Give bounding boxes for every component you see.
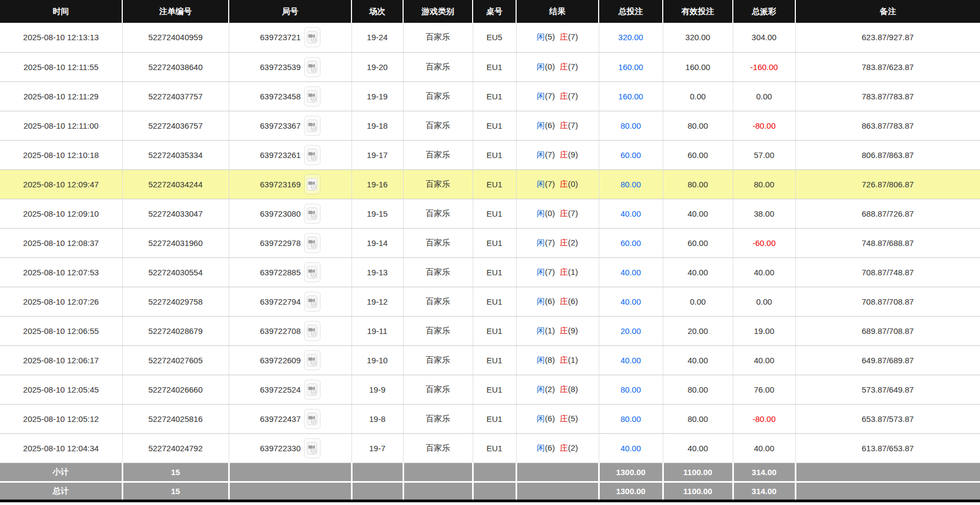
table-row[interactable]: 2025-08-10 12:06:55 522724028679 6397227… xyxy=(0,316,980,345)
table-no-cell: EU1 xyxy=(473,111,516,140)
total-bet-cell: 40.00 xyxy=(599,433,663,463)
total-payout-cell: 304.00 xyxy=(733,23,795,52)
video-replay-button[interactable] xyxy=(304,27,321,47)
game-type-cell: 百家乐 xyxy=(403,287,473,316)
banker-points: (7) xyxy=(568,32,578,41)
banker-result-label: 庄 xyxy=(560,91,568,100)
video-film-icon xyxy=(307,61,317,73)
banker-result-label: 庄 xyxy=(560,326,568,335)
round-cell: 639723080 xyxy=(229,199,351,228)
total-bet-link[interactable]: 80.00 xyxy=(620,121,641,130)
time-cell: 2025-08-10 12:09:10 xyxy=(0,199,122,228)
table-row[interactable]: 2025-08-10 12:09:47 522724034244 6397231… xyxy=(0,169,980,199)
table-no-cell: EU1 xyxy=(473,375,516,404)
video-replay-button[interactable] xyxy=(304,86,321,106)
table-row[interactable]: 2025-08-10 12:07:26 522724029758 6397227… xyxy=(0,287,980,316)
subtotal-total-bet: 1300.00 xyxy=(599,463,663,482)
video-replay-button[interactable] xyxy=(304,380,321,400)
total-bet-link[interactable]: 40.00 xyxy=(620,444,641,453)
total-bet-link[interactable]: 40.00 xyxy=(620,209,641,218)
remark-cell: 688.87/726.87 xyxy=(795,199,980,228)
total-bet-link[interactable]: 80.00 xyxy=(620,385,641,394)
total-payout-cell: 76.00 xyxy=(733,375,795,404)
video-replay-button[interactable] xyxy=(304,57,321,77)
table-row[interactable]: 2025-08-10 12:08:37 522724031960 6397229… xyxy=(0,228,980,257)
table-row[interactable]: 2025-08-10 12:05:12 522724025816 6397224… xyxy=(0,404,980,433)
total-bet-link[interactable]: 60.00 xyxy=(620,150,641,160)
total-bet-link[interactable]: 80.00 xyxy=(620,180,641,189)
table-row[interactable]: 2025-08-10 12:13:13 522724040959 6397237… xyxy=(0,23,980,52)
player-points: (6) xyxy=(545,414,555,423)
video-replay-button[interactable] xyxy=(304,438,321,458)
video-replay-button[interactable] xyxy=(304,350,321,370)
table-row[interactable]: 2025-08-10 12:11:29 522724037757 6397234… xyxy=(0,81,980,111)
table-row[interactable]: 2025-08-10 12:04:34 522724024792 6397223… xyxy=(0,433,980,463)
player-result-label: 闲 xyxy=(537,267,545,276)
video-replay-button[interactable] xyxy=(304,292,321,312)
round-number: 639722708 xyxy=(260,326,300,336)
round-cell: 639722609 xyxy=(229,345,351,375)
total-bet-link[interactable]: 40.00 xyxy=(620,297,641,306)
player-result-label: 闲 xyxy=(537,91,545,100)
total-payout-cell: 40.00 xyxy=(733,345,795,375)
banker-result-label: 庄 xyxy=(560,238,568,247)
session-cell: 19-9 xyxy=(351,375,403,404)
total-bet-link[interactable]: 80.00 xyxy=(620,414,641,424)
table-no-cell: EU1 xyxy=(473,81,516,111)
video-replay-button[interactable] xyxy=(304,116,321,136)
table-row[interactable]: 2025-08-10 12:11:55 522724038640 6397235… xyxy=(0,52,980,81)
video-replay-button[interactable] xyxy=(304,174,321,194)
player-result-label: 闲 xyxy=(537,150,545,159)
player-points: (0) xyxy=(545,62,555,71)
total-bet-link[interactable]: 160.00 xyxy=(618,62,643,72)
total-bet-link[interactable]: 60.00 xyxy=(620,238,641,248)
video-film-icon xyxy=(307,354,317,367)
game-type-cell: 百家乐 xyxy=(403,316,473,345)
game-type-cell: 百家乐 xyxy=(403,257,473,287)
video-film-icon xyxy=(307,178,317,191)
table-no-cell: EU1 xyxy=(473,287,516,316)
total-bet-link[interactable]: 40.00 xyxy=(620,268,641,277)
game-type-cell: 百家乐 xyxy=(403,199,473,228)
table-row[interactable]: 2025-08-10 12:11:00 522724036757 6397233… xyxy=(0,111,980,140)
total-payout-cell: 0.00 xyxy=(733,81,795,111)
video-replay-button[interactable] xyxy=(304,321,321,341)
total-payout-cell: -80.00 xyxy=(733,404,795,433)
total-bet-cell: 80.00 xyxy=(599,169,663,199)
round-number: 639723261 xyxy=(260,150,300,160)
total-bet-link[interactable]: 320.00 xyxy=(618,33,643,42)
table-row[interactable]: 2025-08-10 12:07:53 522724030554 6397228… xyxy=(0,257,980,287)
video-replay-button[interactable] xyxy=(304,409,321,429)
total-bet-cell: 20.00 xyxy=(599,316,663,345)
total-bet-link[interactable]: 20.00 xyxy=(620,326,641,336)
video-replay-button[interactable] xyxy=(304,204,321,224)
table-row[interactable]: 2025-08-10 12:05:45 522724026660 6397225… xyxy=(0,375,980,404)
banker-points: (0) xyxy=(568,179,578,188)
player-points: (7) xyxy=(545,91,555,100)
valid-bet-cell: 20.00 xyxy=(663,316,733,345)
session-cell: 19-20 xyxy=(351,52,403,81)
grand-total-valid-bet: 1100.00 xyxy=(663,482,733,501)
remark-cell: 623.87/927.87 xyxy=(795,23,980,52)
player-result-label: 闲 xyxy=(537,32,545,41)
total-bet-cell: 60.00 xyxy=(599,140,663,169)
col-remark: 备注 xyxy=(795,0,980,23)
video-replay-button[interactable] xyxy=(304,262,321,282)
col-total-bet: 总投注 xyxy=(599,0,663,23)
table-row[interactable]: 2025-08-10 12:09:10 522724033047 6397230… xyxy=(0,199,980,228)
banker-points: (7) xyxy=(568,209,578,218)
total-payout-cell: 0.00 xyxy=(733,287,795,316)
total-bet-link[interactable]: 40.00 xyxy=(620,356,641,365)
video-replay-button[interactable] xyxy=(304,145,321,165)
player-points: (7) xyxy=(545,238,555,247)
grand-total-count: 15 xyxy=(122,482,229,501)
total-bet-link[interactable]: 160.00 xyxy=(618,92,643,101)
video-replay-button[interactable] xyxy=(304,233,321,253)
table-row[interactable]: 2025-08-10 12:06:17 522724027605 6397226… xyxy=(0,345,980,375)
grand-total-spacer xyxy=(795,482,980,501)
records-tbody: 2025-08-10 12:13:13 522724040959 6397237… xyxy=(0,23,980,463)
remark-cell: 708.87/748.87 xyxy=(795,257,980,287)
game-type-cell: 百家乐 xyxy=(403,169,473,199)
table-row[interactable]: 2025-08-10 12:10:18 522724035334 6397232… xyxy=(0,140,980,169)
round-number: 639723539 xyxy=(260,62,300,72)
